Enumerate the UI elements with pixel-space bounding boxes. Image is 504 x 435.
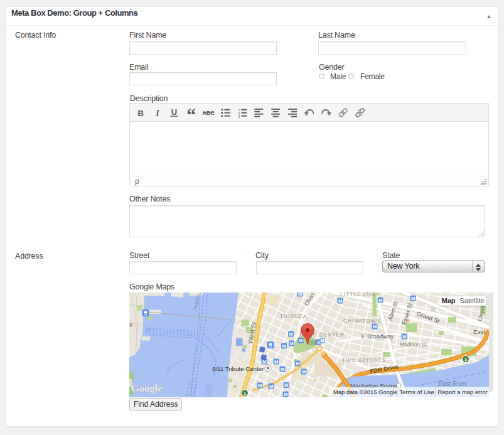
- svg-text:TWO BRIDGES: TWO BRIDGES: [342, 358, 386, 363]
- svg-text:I: I: [155, 109, 159, 118]
- svg-text:Map data ©2015 Google: Map data ©2015 Google: [333, 389, 397, 395]
- svg-text:E Broadway: E Broadway: [362, 333, 394, 340]
- svg-text:LITTLE ITALY: LITTLE ITALY: [340, 293, 380, 298]
- svg-text:M: M: [296, 361, 299, 367]
- svg-text:Map: Map: [442, 297, 456, 304]
- svg-text:TRIBECA: TRIBECA: [280, 314, 307, 320]
- svg-text:M: M: [284, 392, 287, 397]
- svg-text:M: M: [282, 343, 286, 349]
- svg-text:K: K: [129, 322, 133, 328]
- svg-text:M: M: [258, 383, 262, 389]
- svg-text:M: M: [402, 334, 406, 340]
- svg-text:East River: East River: [438, 380, 468, 387]
- svg-text:East: East: [473, 328, 485, 335]
- svg-text:M: M: [338, 298, 342, 304]
- svg-text:“: “: [186, 104, 196, 122]
- svg-text:Satellite: Satellite: [459, 297, 484, 304]
- svg-text:U: U: [171, 107, 177, 117]
- svg-text:M: M: [281, 367, 284, 372]
- svg-text:M: M: [274, 359, 278, 365]
- svg-text:M: M: [284, 382, 288, 388]
- svg-text:M: M: [320, 338, 324, 343]
- svg-text:M: M: [373, 324, 377, 330]
- svg-text:ABC: ABC: [202, 110, 215, 116]
- svg-text:9/11 Tribute Center: 9/11 Tribute Center: [212, 365, 264, 372]
- svg-text:Madison St: Madison St: [400, 341, 427, 348]
- svg-text:M: M: [298, 293, 302, 297]
- svg-text:M: M: [302, 369, 306, 375]
- svg-text:Terms of Use: Terms of Use: [400, 389, 434, 395]
- svg-text:M: M: [289, 341, 293, 346]
- svg-text:Report a map error: Report a map error: [438, 389, 488, 395]
- svg-text:M: M: [289, 331, 292, 337]
- svg-text:M: M: [269, 384, 273, 389]
- svg-text:M: M: [378, 298, 382, 303]
- svg-text:M: M: [411, 296, 415, 301]
- svg-text:1: 1: [244, 391, 246, 395]
- svg-text:M: M: [299, 338, 303, 343]
- svg-text:B: B: [137, 109, 144, 118]
- svg-text:CHINATOWN: CHINATOWN: [343, 318, 381, 324]
- svg-text:3: 3: [464, 357, 467, 362]
- svg-text:Google: Google: [131, 382, 163, 394]
- svg-text:3: 3: [239, 115, 240, 119]
